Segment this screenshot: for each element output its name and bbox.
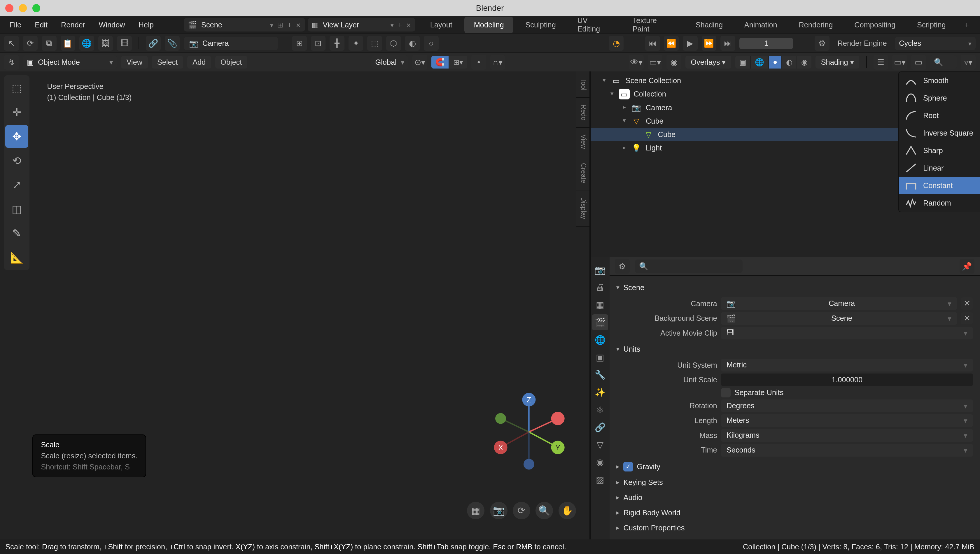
tab-layout[interactable]: Layout <box>421 17 462 33</box>
tool-transform[interactable]: ◫ <box>5 198 28 220</box>
falloff-sharp[interactable]: Sharp <box>899 142 980 159</box>
separate-units-checkbox[interactable]: ✓ <box>721 388 730 397</box>
time-units-selector[interactable]: Seconds <box>721 444 973 457</box>
jump-end-icon[interactable]: ⏭ <box>720 36 735 51</box>
viewlayer-add-icon[interactable] <box>398 21 402 29</box>
unit-system-selector[interactable]: Metric <box>721 359 973 371</box>
tool-annotate[interactable]: ✎ <box>5 222 28 245</box>
render-engine-selector[interactable]: Cycles <box>895 37 976 50</box>
falloff-smooth[interactable]: Smooth <box>899 72 980 89</box>
nav-refresh-icon[interactable]: ⟳ <box>513 502 530 519</box>
vp-menu-add[interactable]: Add <box>187 56 211 68</box>
display-mode-icon[interactable]: ▭▾ <box>892 55 907 70</box>
copy-icon[interactable]: ⧉ <box>42 36 57 51</box>
rigidbody-section-toggle[interactable]: ▸Rigid Body World <box>616 505 973 520</box>
ptab-data[interactable]: ▽ <box>592 436 608 452</box>
overlay-toggle-icon[interactable]: ◉ <box>666 55 681 70</box>
props-search[interactable]: 🔍 <box>635 259 743 273</box>
refresh-icon[interactable]: ⟳ <box>23 36 38 51</box>
bgscene-clear-icon[interactable]: ✕ <box>961 312 973 325</box>
scene-add-icon[interactable] <box>287 21 292 29</box>
render-prop-icon[interactable]: ⚙ <box>814 36 830 51</box>
link-icon[interactable]: 🔗 <box>146 36 161 51</box>
camera-selector[interactable]: 📷 Camera <box>184 37 278 50</box>
nav-grid-icon[interactable]: ▦ <box>467 502 484 519</box>
rendered-icon[interactable]: ◉ <box>797 56 812 68</box>
snap-type-icon[interactable]: ⊞▾ <box>449 56 467 68</box>
tab-texturepaint[interactable]: Texture Paint <box>623 13 684 38</box>
xray-icon[interactable]: ▣ <box>735 56 751 68</box>
falloff-sphere[interactable]: Sphere <box>899 89 980 107</box>
scene-camera-selector[interactable]: 📷 Camera <box>721 297 957 310</box>
unlink-icon[interactable]: 📎 <box>165 36 180 51</box>
tab-modeling[interactable]: Modeling <box>464 17 513 33</box>
falloff-icon[interactable]: ∩▾ <box>490 55 505 70</box>
pivot-icon[interactable]: ⊙▾ <box>413 55 427 70</box>
magnet-icon[interactable]: 🧲 <box>431 56 449 68</box>
transform7-icon[interactable]: ◐ <box>405 36 420 51</box>
outliner-search[interactable]: 🔍 <box>930 56 957 69</box>
ptab-scene[interactable]: 🎬 <box>592 314 608 330</box>
gravity-checkbox[interactable]: ✓ <box>623 462 633 471</box>
blender-icon[interactable]: ◔ <box>609 36 623 51</box>
play-icon[interactable]: ▶ <box>683 36 698 51</box>
menu-edit[interactable]: Edit <box>29 18 53 32</box>
overlays-button[interactable]: Overlays ▾ <box>685 56 731 68</box>
falloff-root[interactable]: Root <box>899 107 980 124</box>
xray-toggle[interactable]: ▣🌐●◐◉ <box>735 56 812 68</box>
vp-menu-view[interactable]: View <box>121 56 148 68</box>
tab-shading[interactable]: Shading <box>686 17 732 33</box>
tool-move[interactable]: ✥ <box>5 125 28 148</box>
image-icon[interactable]: 🖼 <box>98 36 113 51</box>
vp-menu-object[interactable]: Object <box>215 56 247 68</box>
ptab-physics[interactable]: ⚛ <box>592 401 608 417</box>
menu-render[interactable]: Render <box>56 18 91 32</box>
step-back-icon[interactable]: ⏪ <box>664 36 679 51</box>
close-window-icon[interactable] <box>5 4 13 12</box>
viewlayer-dropdown-icon[interactable] <box>386 21 394 29</box>
bg-scene-selector[interactable]: 🎬 Scene <box>721 312 957 325</box>
transform1-icon[interactable]: ⊞ <box>292 36 307 51</box>
tool-cursor[interactable]: ✛ <box>5 101 28 124</box>
menu-window[interactable]: Window <box>93 18 131 32</box>
tab-animation[interactable]: Animation <box>735 17 787 33</box>
ptab-texture[interactable]: ▨ <box>592 471 608 487</box>
sidetab-tool[interactable]: Tool <box>576 72 590 98</box>
camera-clear-icon[interactable]: ✕ <box>961 298 973 310</box>
keying-section-toggle[interactable]: ▸Keying Sets <box>616 475 973 490</box>
menu-file[interactable]: File <box>4 18 27 32</box>
gizmo-icon[interactable]: ▭▾ <box>648 55 663 70</box>
sidetab-view[interactable]: View <box>576 128 590 156</box>
matprev-icon[interactable]: ◐ <box>782 56 797 68</box>
tool-scale[interactable]: ⤢ <box>5 174 28 196</box>
ptab-output[interactable]: 🖨 <box>592 279 608 295</box>
falloff-constant[interactable]: Constant <box>899 177 980 194</box>
add-workspace-icon[interactable]: + <box>958 17 976 33</box>
scene-section-toggle[interactable]: ▾Scene <box>616 280 973 295</box>
scene-remove-icon[interactable] <box>296 21 301 29</box>
cursor-icon[interactable]: ↖ <box>4 36 19 51</box>
world-icon[interactable]: 🌐 <box>79 36 94 51</box>
gravity-section-toggle[interactable]: ▸✓Gravity <box>616 458 973 475</box>
active-clip-selector[interactable]: 🎞 <box>721 327 973 340</box>
vp-menu-select[interactable]: Select <box>152 56 183 68</box>
navigation-gizmo[interactable]: Z Y X <box>489 392 569 472</box>
sidetab-display[interactable]: Display <box>576 190 590 226</box>
tab-scripting[interactable]: Scripting <box>908 17 955 33</box>
step-fwd-icon[interactable]: ⏩ <box>702 36 717 51</box>
nav-zoom-icon[interactable]: 🔍 <box>535 502 553 519</box>
menu-help[interactable]: Help <box>133 18 159 32</box>
new-collection-icon[interactable]: ▭ <box>911 55 926 70</box>
falloff-linear[interactable]: Linear <box>899 159 980 177</box>
ptab-object[interactable]: ▣ <box>592 349 608 365</box>
tab-compositing[interactable]: Compositing <box>845 17 905 33</box>
transform8-icon[interactable]: ○ <box>424 36 439 51</box>
rotation-units-selector[interactable]: Degrees <box>721 400 973 412</box>
outliner-editor-icon[interactable]: ☰ <box>873 55 888 70</box>
scene-dropdown-icon[interactable] <box>266 21 273 29</box>
transform2-icon[interactable]: ⊡ <box>311 36 326 51</box>
ptab-material[interactable]: ◉ <box>592 454 608 470</box>
film-icon[interactable]: 🎞 <box>117 36 132 51</box>
transform5-icon[interactable]: ⬚ <box>367 36 382 51</box>
tab-uvediting[interactable]: UV Editing <box>568 13 620 38</box>
